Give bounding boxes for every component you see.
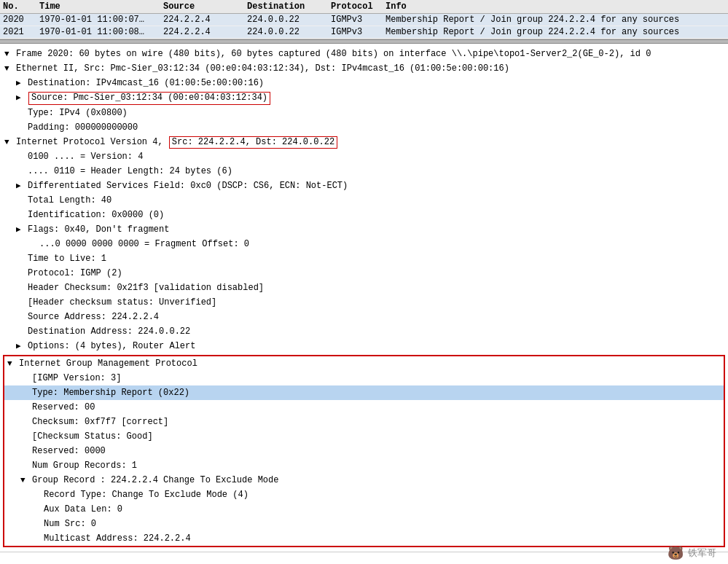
detail-line-ip-fragoff: ...0 0000 0000 0000 = Fragment Offset: 0 xyxy=(0,237,728,251)
expand-icon-ip-fragoff xyxy=(28,238,38,251)
detail-line-ip-hlen: .... 0110 = Header Length: 24 bytes (6) xyxy=(0,164,728,179)
expand-icon-ip-cksum xyxy=(16,282,26,294)
detail-text-eth-padding: Padding: 000000000000 xyxy=(28,121,138,134)
igmp-line-igmp-ver: [IGMP Version: 3] xyxy=(4,371,724,385)
expand-icon-frame[interactable]: ▼ xyxy=(4,48,15,60)
igmp-expand-igmp-rsvd2 xyxy=(20,445,31,458)
igmp-text-igmp-numgrp: Num Group Records: 1 xyxy=(32,459,137,472)
expand-icon-ip-opts[interactable]: ▶ xyxy=(16,340,26,353)
igmp-line-igmp-cksumst: [Checksum Status: Good] xyxy=(4,429,724,444)
detail-line-eth-dst[interactable]: ▶Destination: IPv4mcast_16 (01:00:5e:00:… xyxy=(0,76,728,90)
igmp-expand-igmp-rsvd xyxy=(20,402,31,414)
cell-info: Membership Report / Join group 224.2.2.4… xyxy=(385,15,725,25)
cell-info: Membership Report / Join group 224.2.2.4… xyxy=(385,27,725,37)
expand-icon-ip-dst xyxy=(16,326,26,338)
igmp-expand-icon[interactable]: ▼ xyxy=(7,358,17,370)
igmp-expand-igmp-grprec[interactable]: ▼ xyxy=(20,474,31,487)
cell-no: 2021 xyxy=(3,27,39,37)
expand-icon-ip[interactable]: ▼ xyxy=(4,136,15,149)
detail-line-ip-totlen: Total Length: 40 xyxy=(0,193,728,208)
detail-line-ip-opts[interactable]: ▶Options: (4 bytes), Router Alert xyxy=(0,339,728,353)
table-row[interactable]: 2021 1970-01-01 11:00:08… 224.2.2.4 224.… xyxy=(0,26,728,39)
cell-dest: 224.0.0.22 xyxy=(247,15,331,25)
cell-source: 224.2.2.4 xyxy=(163,27,247,37)
detail-line-eth-src[interactable]: ▶Source: Pmc-Sier_03:12:34 (00:e0:04:03:… xyxy=(0,90,728,106)
detail-text-ethernet: Ethernet II, Src: Pmc-Sier_03:12:34 (00:… xyxy=(16,62,509,75)
col-header-source: Source xyxy=(163,1,247,12)
bottom-bar: 🐻 铁军哥 xyxy=(656,542,728,564)
detail-text-ip-version: 0100 .... = Version: 4 xyxy=(28,150,143,163)
detail-line-ip[interactable]: ▼Internet Protocol Version 4, Src: 224.2… xyxy=(0,135,728,150)
detail-line-ip-id: Identification: 0x0000 (0) xyxy=(0,208,728,222)
detail-line-ip-proto: Protocol: IGMP (2) xyxy=(0,266,728,281)
detail-text-ip-flags: Flags: 0x40, Don't fragment xyxy=(28,223,169,236)
detail-text-ip-dsf: Differentiated Services Field: 0xc0 (DSC… xyxy=(28,179,348,192)
igmp-expand-igmp-cksumst xyxy=(20,431,31,443)
igmp-section: ▼ Internet Group Management Protocol [IG… xyxy=(3,355,725,547)
igmp-line-igmp-mcast: Multicast Address: 224.2.2.4 xyxy=(4,531,724,546)
expand-icon-ip-id xyxy=(16,209,26,222)
col-header-time: Time xyxy=(39,1,163,12)
igmp-expand-igmp-auxlen xyxy=(32,504,42,516)
cell-time: 1970-01-01 11:00:08… xyxy=(39,27,163,37)
igmp-text-igmp-auxlen: Aux Data Len: 0 xyxy=(44,503,122,516)
expand-icon-ip-flags[interactable]: ▶ xyxy=(16,224,26,236)
detail-line-ip-cksum: Header Checksum: 0x21f3 [validation disa… xyxy=(0,281,728,295)
expand-icon-ip-hlen xyxy=(16,165,26,178)
igmp-header-text: Internet Group Management Protocol xyxy=(19,357,197,370)
igmp-line-igmp-type: Type: Membership Report (0x22) xyxy=(4,385,724,400)
cell-source: 224.2.2.4 xyxy=(163,15,247,25)
expand-icon-ip-cksumst xyxy=(16,297,26,309)
col-header-info: Info xyxy=(385,1,725,12)
expand-icon-ip-proto xyxy=(16,267,26,280)
igmp-text-igmp-grprec: Group Record : 224.2.2.4 Change To Exclu… xyxy=(32,474,278,487)
expand-icon-eth-padding xyxy=(16,121,26,133)
expand-icon-ip-src xyxy=(16,311,26,324)
igmp-text-igmp-cksum: Checksum: 0xf7f7 [correct] xyxy=(32,415,168,428)
igmp-line-igmp-rectype: Record Type: Change To Exclude Mode (4) xyxy=(4,487,724,502)
detail-line-ip-dst: Destination Address: 224.0.0.22 xyxy=(0,324,728,339)
expand-icon-eth-dst[interactable]: ▶ xyxy=(16,77,26,90)
col-header-no: No. xyxy=(3,1,39,12)
detail-lines: ▼Frame 2020: 60 bytes on wire (480 bits)… xyxy=(0,47,728,353)
packet-detail: ▼Frame 2020: 60 bytes on wire (480 bits)… xyxy=(0,44,728,552)
src-red-border: Source: Pmc-Sier_03:12:34 (00:e0:04:03:1… xyxy=(28,92,270,105)
igmp-header-line: ▼ Internet Group Management Protocol xyxy=(4,356,724,371)
igmp-text-igmp-rsvd: Reserved: 00 xyxy=(32,401,95,414)
expand-icon-ethernet[interactable]: ▼ xyxy=(4,63,15,75)
detail-line-ip-flags[interactable]: ▶Flags: 0x40, Don't fragment xyxy=(0,222,728,237)
detail-line-eth-padding: Padding: 000000000000 xyxy=(0,120,728,135)
igmp-line-igmp-cksum: Checksum: 0xf7f7 [correct] xyxy=(4,415,724,429)
igmp-text-igmp-ver: [IGMP Version: 3] xyxy=(32,372,121,385)
expand-icon-ip-ttl xyxy=(16,253,26,265)
igmp-expand-igmp-numgrp xyxy=(20,460,31,472)
packet-rows: 2020 1970-01-01 11:00:07… 224.2.2.4 224.… xyxy=(0,14,728,39)
detail-line-ip-dsf[interactable]: ▶Differentiated Services Field: 0xc0 (DS… xyxy=(0,179,728,193)
detail-line-ethernet[interactable]: ▼Ethernet II, Src: Pmc-Sier_03:12:34 (00… xyxy=(0,61,728,76)
detail-line-eth-type: Type: IPv4 (0x0800) xyxy=(0,106,728,120)
igmp-line-igmp-numgrp: Num Group Records: 1 xyxy=(4,458,724,473)
table-row[interactable]: 2020 1970-01-01 11:00:07… 224.2.2.4 224.… xyxy=(0,14,728,26)
col-header-proto: Protocol xyxy=(331,1,385,12)
detail-text-ip-ttl: Time to Live: 1 xyxy=(28,252,106,265)
igmp-expand-igmp-rectype xyxy=(32,489,42,501)
watermark: 🐻 铁军哥 xyxy=(668,545,716,561)
igmp-line-igmp-rsvd: Reserved: 00 xyxy=(4,400,724,415)
igmp-lines: [IGMP Version: 3] Type: Membership Repor… xyxy=(4,371,724,546)
igmp-text-igmp-type: Type: Membership Report (0x22) xyxy=(32,386,189,399)
expand-icon-eth-src[interactable]: ▶ xyxy=(16,92,26,104)
igmp-line-igmp-grprec: ▼Group Record : 224.2.2.4 Change To Excl… xyxy=(4,473,724,487)
detail-text-eth-src: Source: Pmc-Sier_03:12:34 (00:e0:04:03:1… xyxy=(28,91,271,105)
detail-line-frame[interactable]: ▼Frame 2020: 60 bytes on wire (480 bits)… xyxy=(0,47,728,61)
watermark-icon: 🐻 xyxy=(668,545,684,561)
detail-text-ip-src: Source Address: 224.2.2.4 xyxy=(28,310,159,324)
detail-line-ip-version: 0100 .... = Version: 4 xyxy=(0,149,728,164)
igmp-text-igmp-numsrc: Num Src: 0 xyxy=(44,517,96,530)
detail-text-ip-dst: Destination Address: 224.0.0.22 xyxy=(28,325,190,338)
expand-icon-ip-dsf[interactable]: ▶ xyxy=(16,180,26,192)
cell-proto: IGMPv3 xyxy=(331,15,385,25)
igmp-line-igmp-auxlen: Aux Data Len: 0 xyxy=(4,502,724,517)
detail-text-ip: Internet Protocol Version 4, Src: 224.2.… xyxy=(16,136,338,149)
igmp-expand-igmp-type xyxy=(20,387,31,399)
packet-list-header: No. Time Source Destination Protocol Inf… xyxy=(0,0,728,14)
